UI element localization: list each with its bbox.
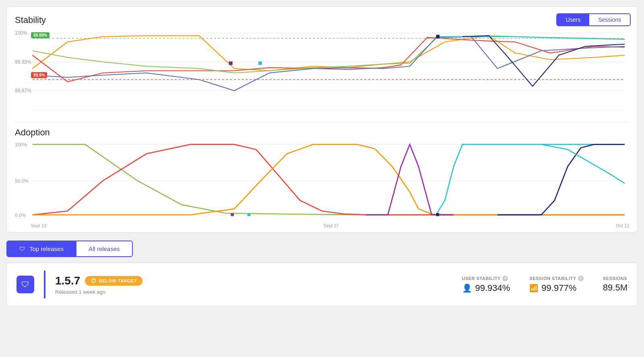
user-stability-info-icon[interactable]: ?: [502, 276, 508, 281]
all-releases-tab[interactable]: All releases: [76, 241, 133, 257]
release-card: 🛡 1.5.7 ⏱ BELOW TARGET Released 1 week a…: [6, 263, 638, 306]
release-icon-box: 🛡: [17, 276, 34, 293]
sessions-label: SESSIONS: [603, 276, 627, 281]
stability-svg: 100% 99.93% 99.87%: [15, 29, 629, 117]
top-releases-label: Top releases: [29, 245, 64, 252]
sessions-toggle-button[interactable]: Sessions: [589, 14, 630, 25]
toggle-group: Users Sessions: [556, 13, 631, 26]
svg-rect-11: [436, 35, 440, 38]
users-toggle-button[interactable]: Users: [557, 14, 590, 25]
release-version: 1.5.7: [55, 274, 80, 287]
stats-row: USER STABILITY ? 👤 99.934% SESSION STABI…: [462, 276, 628, 293]
tabs-row: 🛡 Top releases All releases: [6, 241, 638, 257]
x-axis-end: Oct 12: [616, 223, 629, 228]
stability-warn-badge: 99.9%: [31, 72, 47, 78]
user-icon: 👤: [462, 283, 472, 293]
badge-label-text: BELOW TARGET: [99, 278, 137, 283]
session-stability-label: SESSION STABILITY ?: [529, 276, 583, 281]
session-stability-stat: SESSION STABILITY ? 📶 99.977%: [529, 276, 583, 293]
x-axis-mid: Sept 27: [324, 223, 339, 228]
x-axis-labels: Sept 13 Sept 27 Oct 12: [15, 223, 629, 228]
stability-chart: 100% 99.93% 99.87%: [15, 29, 629, 117]
svg-text:0.0%: 0.0%: [15, 213, 26, 218]
main-chart-card: Users Sessions Stability 100% 99.93% 99.…: [6, 6, 638, 232]
bar-chart-icon: 📶: [529, 284, 538, 293]
svg-text:99.87%: 99.87%: [15, 88, 31, 93]
svg-text:100%: 100%: [15, 30, 27, 36]
badge-warn: 99.9%: [31, 71, 47, 78]
svg-text:99.93%: 99.93%: [15, 59, 31, 65]
x-axis-start: Sept 13: [31, 223, 46, 228]
sessions-stat: SESSIONS 89.5M: [603, 276, 627, 293]
svg-rect-19: [248, 213, 251, 216]
adoption-svg: 100% 50.0% 0.0%: [15, 141, 629, 222]
all-releases-label: All releases: [89, 245, 120, 252]
user-stability-label: USER STABILITY ?: [462, 276, 510, 281]
adoption-section: Adoption 100% 50.0% 0.0%: [15, 127, 629, 228]
released-label: Released 1 week ago: [55, 289, 168, 295]
below-target-badge: ⏱ BELOW TARGET: [85, 276, 142, 286]
shield-release-icon: 🛡: [21, 280, 29, 289]
adoption-title: Adoption: [15, 127, 629, 138]
svg-text:100%: 100%: [15, 142, 27, 147]
release-version-row: 1.5.7 ⏱ BELOW TARGET: [55, 274, 168, 287]
section-divider: [15, 122, 629, 122]
gauge-icon: ⏱: [91, 278, 97, 284]
session-stability-value: 📶 99.977%: [529, 283, 583, 293]
stability-good-badge: 99.99%: [31, 32, 50, 38]
adoption-chart: 100% 50.0% 0.0%: [15, 141, 629, 222]
sessions-value: 89.5M: [603, 282, 627, 293]
shield-icon: 🛡: [19, 245, 25, 252]
badge-good: 99.99%: [31, 31, 50, 38]
svg-rect-9: [229, 61, 233, 65]
user-stability-value: 👤 99.934%: [462, 283, 510, 293]
svg-rect-10: [258, 61, 262, 65]
release-info: 1.5.7 ⏱ BELOW TARGET Released 1 week ago: [55, 274, 168, 295]
svg-text:50.0%: 50.0%: [15, 178, 29, 183]
session-stability-info-icon[interactable]: ?: [578, 276, 584, 281]
user-stability-stat: USER STABILITY ? 👤 99.934%: [462, 276, 510, 293]
top-releases-tab[interactable]: 🛡 Top releases: [6, 241, 76, 257]
svg-rect-18: [231, 213, 234, 216]
stability-title: Stability: [15, 15, 629, 25]
more-options-icon[interactable]: ⋮: [625, 280, 632, 289]
stability-section: Stability 100% 99.93% 99.87%: [15, 15, 629, 117]
svg-rect-20: [436, 213, 439, 216]
left-border-bar: [44, 270, 45, 299]
